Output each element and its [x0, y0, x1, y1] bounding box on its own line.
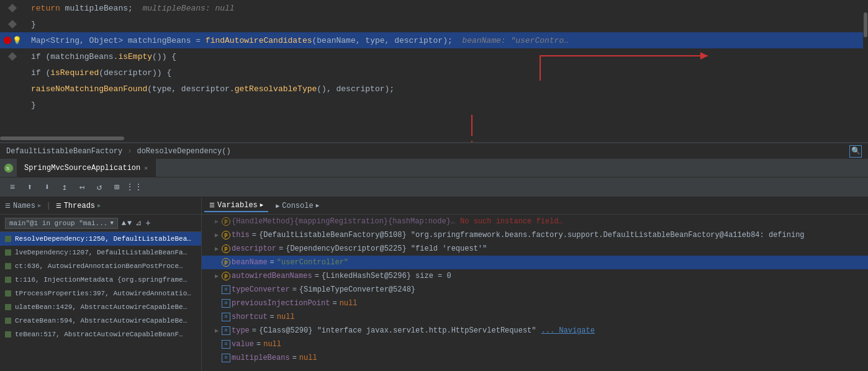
frame-item[interactable]: ct:636, AutowiredAnnotationBeanPostProce…	[0, 259, 201, 273]
var-name: type	[232, 326, 250, 335]
var-e-icon: ≡	[222, 285, 230, 294]
var-toggle[interactable]	[212, 314, 222, 321]
var-row-autowired[interactable]: ▶ p autowiredBeanNames = {LinkedHashSet@…	[202, 269, 868, 283]
frame-item[interactable]: t:116, InjectionMetadata {org.springfram…	[0, 273, 201, 287]
var-toggle[interactable]	[212, 355, 222, 362]
tab-variables[interactable]: ☰ Variables ▶	[204, 200, 268, 212]
var-e-icon: ≡	[222, 340, 230, 349]
toolbar-step-over-btn[interactable]: ↤	[75, 180, 89, 195]
var-row-shortcut[interactable]: ≡ shortcut = null	[202, 310, 868, 324]
toolbar-grid-btn[interactable]: ⊞	[109, 180, 124, 195]
toolbar-reload-btn[interactable]: ↺	[92, 180, 107, 195]
thread-dropdown[interactable]: main"@1 in group "mai... ▼	[5, 218, 118, 229]
breadcrumb-item-2[interactable]: doResolveDependency()	[137, 147, 230, 156]
var-toggle[interactable]: ▶	[212, 231, 222, 239]
tab-console[interactable]: ▶ Console ▶	[271, 200, 324, 212]
var-toggle[interactable]: ▶	[212, 272, 222, 280]
var-row-this[interactable]: ▶ p this = {DefaultListableBeanFactory@5…	[202, 228, 868, 242]
var-overflow-text: No such instance field…	[460, 217, 563, 226]
list-icon: ☰	[5, 202, 11, 210]
breadcrumb-item-1[interactable]: DefaultListableBeanFactory	[6, 147, 122, 156]
panel-header: ☰ Names ▶ | ☰ Threads ▶	[0, 197, 201, 215]
frame-list: ResolveDependency:1250, DefaultListableB…	[0, 232, 201, 371]
frame-item[interactable]: teBean:517, AbstractAutowireCapableBeanF…	[0, 328, 201, 341]
frame-item[interactable]: ulateBean:1429, AbstractAutowireCapableB…	[0, 300, 201, 314]
var-eq: =	[279, 244, 283, 253]
code-line: raiseNoMatchingBeanFound(type, descripto…	[0, 81, 868, 97]
gutter-1	[0, 5, 25, 11]
frame-item[interactable]: CreateBean:594, AbstractAutowireCapableB…	[0, 314, 201, 328]
var-toggle[interactable]	[212, 341, 222, 348]
toolbar-up-btn[interactable]: ⬆	[22, 180, 37, 195]
var-name: beanName	[232, 258, 268, 267]
code-line-content: return multipleBeans; multipleBeans: nul…	[25, 4, 868, 13]
var-e-icon: ≡	[222, 299, 230, 308]
names-arrow: ▶	[38, 202, 41, 209]
var-name: typeConverter	[232, 285, 290, 294]
scroll-thumb[interactable]	[0, 136, 124, 140]
code-line-content: }	[25, 101, 868, 110]
var-toggle[interactable]	[212, 300, 222, 307]
threads-tab[interactable]: ☰ Threads ▶	[56, 202, 101, 210]
var-row-multiplebeans[interactable]: ≡ multipleBeans = null	[202, 351, 868, 365]
search-button[interactable]: 🔍	[849, 145, 862, 158]
code-line-content: raiseNoMatchingBeanFound(type, descripto…	[25, 84, 868, 94]
var-row[interactable]: ▶ p {HandleMethod}{mappingRegistration}{…	[202, 215, 868, 228]
frame-item[interactable]: ResolveDependency:1250, DefaultListableB…	[0, 232, 201, 246]
var-eq: =	[256, 340, 261, 349]
var-toggle[interactable]: ▶	[212, 245, 222, 253]
tab-close-button[interactable]: ✕	[144, 164, 148, 172]
var-value: null	[263, 340, 281, 349]
horizontal-scrollbar[interactable]	[0, 136, 863, 141]
var-name: descriptor	[232, 244, 276, 253]
code-line-content: Map<String, Object> matchingBeans = find…	[25, 36, 868, 45]
vars-tabs: ☰ Variables ▶ ▶ Console ▶	[202, 197, 868, 215]
var-p-icon: p	[222, 244, 230, 253]
var-row-prev-injection[interactable]: ≡ previousInjectionPoint = null	[202, 297, 868, 310]
var-toggle[interactable]	[212, 287, 222, 293]
threads-icon: ☰	[56, 202, 61, 210]
gutter-4	[0, 53, 25, 60]
tab-spring-mvc[interactable]: SpringMvcSourceApplication ✕	[17, 159, 156, 177]
svg-text:S: S	[6, 166, 9, 171]
navigate-link[interactable]: ... Navigate	[541, 326, 595, 335]
var-row-value[interactable]: ≡ value = null	[202, 337, 868, 351]
frame-item[interactable]: tProcessProperties:397, AutowiredAnnotat…	[0, 287, 201, 300]
toolbar-step-out-btn[interactable]: ↥	[57, 180, 72, 195]
var-name: multipleBeans	[232, 354, 290, 362]
thread-selector: main"@1 in group "mai... ▼ ▲ ▼ ⊿ +	[0, 215, 201, 232]
toolbar-more-btn[interactable]: ⋮⋮	[127, 180, 142, 195]
toolbar-down-btn[interactable]: ⬇	[40, 180, 55, 195]
add-icon[interactable]: +	[145, 218, 150, 228]
var-value: {DefaultListableBeanFactory@5108} "org.s…	[259, 231, 805, 239]
filter-icon[interactable]: ⊿	[135, 218, 142, 228]
var-toggle[interactable]	[212, 259, 222, 266]
var-e-icon: ≡	[222, 313, 230, 321]
thread-up-arrow[interactable]: ▲	[122, 219, 126, 228]
frame-icon	[5, 290, 11, 297]
scroll-thumb-v[interactable]	[864, 12, 867, 37]
names-tab[interactable]: ☰ Names ▶	[5, 202, 41, 210]
console-icon: ▶	[276, 202, 279, 210]
var-row-beanname[interactable]: p beanName = "userController"	[202, 256, 868, 269]
var-row-descriptor[interactable]: ▶ p descriptor = {DependencyDescriptor@5…	[202, 242, 868, 256]
var-toggle[interactable]: ▶	[212, 218, 222, 225]
var-e-icon: ≡	[222, 326, 230, 335]
console-label: Console	[282, 202, 313, 210]
code-line-highlighted: 💡 Map<String, Object> matchingBeans = fi…	[0, 32, 868, 48]
frames-panel: ☰ Names ▶ | ☰ Threads ▶ main"@1 in group…	[0, 197, 202, 371]
var-eq: =	[270, 258, 274, 267]
vertical-scrollbar[interactable]	[863, 0, 868, 142]
frame-item[interactable]: lveDependency:1207, DefaultListableBeanF…	[0, 246, 201, 259]
var-toggle[interactable]: ▶	[212, 327, 222, 334]
thread-value: main"@1 in group "mai...	[9, 220, 107, 227]
frame-icon	[5, 331, 11, 337]
thread-down-arrow[interactable]: ▼	[127, 219, 132, 228]
vars-tab-arrow: ▶	[260, 202, 263, 208]
var-p-icon: p	[222, 217, 230, 226]
toolbar-menu-btn[interactable]: ≡	[5, 180, 20, 195]
var-row-type[interactable]: ▶ ≡ type = {Class@5290} "interface javax…	[202, 324, 868, 337]
var-row-typeconverter[interactable]: ≡ typeConverter = {SimpleTypeConverter@5…	[202, 283, 868, 297]
vars-content: ▶ p {HandleMethod}{mappingRegistration}{…	[202, 215, 868, 371]
threads-label: Threads	[64, 202, 95, 210]
